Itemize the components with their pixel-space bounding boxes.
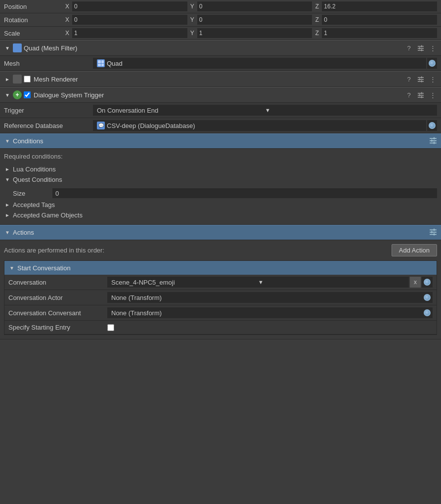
dialogue-trigger-icon [13, 90, 22, 99]
actor-value-text: None (Transform) [111, 294, 162, 301]
conversation-field-row: Conversation Scene_4-NPC5_emoji ▼ x [4, 275, 437, 290]
add-action-button[interactable]: Add Action [392, 244, 437, 256]
actions-section-header[interactable]: ▼ Actions [0, 225, 441, 240]
scale-x-input[interactable] [72, 28, 187, 38]
dialogue-trigger-header-icons: ? ⋮ [404, 90, 437, 99]
conversation-clear-button[interactable]: x [410, 277, 421, 288]
conversation-dropdown-group: Scene_4-NPC5_emoji ▼ x [107, 277, 433, 288]
svg-rect-24 [430, 229, 437, 230]
dialogue-trigger-enable-checkbox[interactable] [24, 91, 31, 98]
size-input[interactable] [52, 188, 437, 198]
scale-xyz: X Y Z [63, 28, 437, 38]
rotation-y-letter: Y [188, 16, 196, 23]
svg-rect-19 [430, 140, 437, 141]
actor-value: None (Transform) [107, 292, 422, 303]
rotation-x-input[interactable] [72, 15, 187, 25]
mesh-filter-icon [13, 43, 22, 52]
rotation-xyz: X Y Z [63, 15, 437, 25]
mesh-filter-collapse-arrow[interactable]: ▼ [4, 44, 11, 51]
size-label: Size [13, 190, 52, 197]
scale-y-letter: Y [188, 30, 196, 37]
conversation-dropdown[interactable]: Scene_4-NPC5_emoji ▼ [107, 277, 409, 288]
dialogue-trigger-help-icon[interactable]: ? [404, 90, 413, 99]
position-x-letter: X [63, 3, 71, 10]
accepted-tags-foldout[interactable]: ► Accepted Tags [4, 200, 437, 210]
svg-rect-4 [419, 47, 420, 49]
position-label: Position [4, 3, 63, 10]
svg-rect-9 [421, 77, 422, 79]
accepted-tags-arrow: ► [4, 202, 11, 209]
rotation-y-input[interactable] [197, 15, 312, 25]
actions-title: Actions [13, 229, 429, 236]
actions-sliders-icon[interactable] [429, 228, 437, 237]
actions-body: Actions are performed in this order: Add… [0, 240, 441, 339]
conversation-dropdown-arrow: ▼ [258, 279, 405, 285]
conditions-sliders-icon[interactable] [429, 136, 437, 146]
dialogue-trigger-title: Dialogue System Trigger [34, 91, 404, 99]
conditions-body: Required conditions: ► Lua Conditions ▼ … [0, 149, 441, 225]
required-conditions-label: Required conditions: [4, 153, 437, 160]
dialogue-trigger-collapse-arrow[interactable]: ▼ [4, 91, 11, 98]
svg-rect-11 [421, 81, 422, 83]
ref-db-target-button[interactable] [427, 120, 437, 131]
mesh-renderer-sliders-icon[interactable] [416, 75, 425, 84]
scale-z-letter: Z [313, 30, 321, 37]
conversant-target-button[interactable] [422, 307, 433, 318]
trigger-dropdown-value: On Conversation End [97, 107, 265, 114]
ref-db-dropdown[interactable]: 💬 CSV-deep (DialogueDatabase) [93, 120, 426, 131]
position-z-input[interactable] [322, 1, 437, 11]
scale-row: Scale X Y Z [0, 27, 441, 40]
rotation-z-field: Z [313, 15, 437, 25]
svg-rect-21 [434, 137, 435, 140]
start-conversation-title: Start Conversation [17, 264, 433, 272]
ref-db-value: CSV-deep (DialogueDatabase) [107, 122, 422, 129]
scale-z-field: Z [313, 28, 437, 38]
position-xyz: X Y Z [63, 1, 437, 11]
dialogue-trigger-sliders-icon[interactable] [416, 90, 425, 99]
scale-y-input[interactable] [197, 28, 312, 38]
svg-rect-5 [421, 49, 422, 51]
specify-starting-entry-row: Specify Starting Entry [4, 321, 437, 335]
svg-rect-1 [418, 48, 424, 49]
mesh-target-button[interactable] [427, 58, 437, 69]
svg-rect-23 [434, 142, 435, 144]
svg-rect-16 [419, 94, 420, 96]
quest-conditions-foldout[interactable]: ▼ Quest Conditions [4, 174, 437, 185]
conversant-value: None (Transform) [107, 307, 422, 318]
scale-x-field: X [63, 28, 187, 38]
trigger-dropdown[interactable]: On Conversation End ▼ [93, 105, 437, 116]
conversation-field-label: Conversation [8, 279, 107, 286]
start-conversation-header[interactable]: ▼ Start Conversation [4, 261, 437, 275]
mesh-value-display: Quad [93, 58, 426, 69]
size-row: Size [13, 187, 437, 200]
position-x-input[interactable] [72, 1, 187, 11]
mesh-renderer-enable-checkbox[interactable] [24, 76, 31, 83]
rotation-z-input[interactable] [322, 15, 437, 25]
mesh-renderer-collapse-arrow[interactable]: ► [4, 76, 11, 83]
conditions-section-header[interactable]: ▼ Conditions [0, 133, 441, 149]
accepted-tags-label: Accepted Tags [13, 201, 55, 209]
mesh-filter-help-icon[interactable]: ? [404, 43, 413, 52]
trigger-field-row: Trigger On Conversation End ▼ [0, 103, 441, 118]
conversation-dropdown-value: Scene_4-NPC5_emoji [111, 279, 258, 286]
conversation-target-button[interactable] [422, 277, 433, 288]
mesh-renderer-kebab-icon[interactable]: ⋮ [428, 75, 437, 84]
position-y-input[interactable] [197, 1, 312, 11]
accepted-game-objects-foldout[interactable]: ► Accepted Game Objects [4, 210, 437, 220]
svg-rect-8 [418, 81, 424, 82]
lua-conditions-foldout[interactable]: ► Lua Conditions [4, 164, 437, 174]
actor-field-label: Conversation Actor [8, 294, 107, 301]
mesh-renderer-help-icon[interactable]: ? [404, 75, 413, 84]
mesh-value-icon [97, 59, 105, 67]
dialogue-trigger-kebab-icon[interactable]: ⋮ [428, 90, 437, 99]
mesh-filter-sliders-icon[interactable] [416, 43, 425, 52]
conversant-value-text: None (Transform) [111, 309, 162, 317]
specify-starting-entry-checkbox[interactable] [107, 324, 114, 331]
actor-target-button[interactable] [422, 292, 433, 303]
mesh-filter-kebab-icon[interactable]: ⋮ [428, 43, 437, 52]
mesh-value-text: Quad [107, 60, 123, 67]
actions-header-row: Actions are performed in this order: Add… [4, 244, 437, 256]
quest-conditions-content: Size [13, 187, 437, 200]
accepted-game-objects-label: Accepted Game Objects [13, 211, 83, 219]
scale-z-input[interactable] [322, 28, 437, 38]
